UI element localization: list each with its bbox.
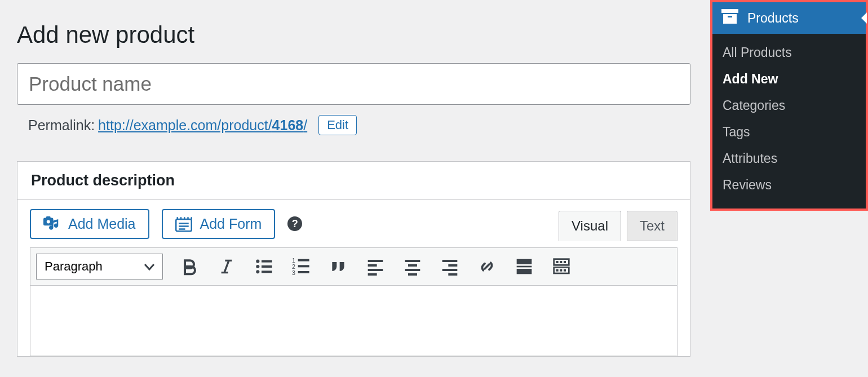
svg-rect-35 — [556, 261, 559, 263]
admin-sidebar-products: Products All Products Add New Categories… — [710, 0, 868, 211]
permalink-link[interactable]: http://example.com/product/4168/ — [98, 117, 307, 134]
sidebar-item-add-new[interactable]: Add New — [712, 66, 866, 92]
svg-rect-40 — [560, 269, 562, 272]
align-left-button[interactable] — [365, 256, 386, 277]
sidebar-item-attributes[interactable]: Attributes — [712, 145, 866, 172]
svg-rect-24 — [408, 264, 417, 267]
svg-rect-12 — [262, 270, 272, 273]
svg-rect-4 — [179, 223, 189, 224]
align-right-button[interactable] — [439, 256, 460, 277]
svg-rect-43 — [723, 14, 737, 24]
svg-rect-25 — [405, 269, 420, 271]
svg-rect-22 — [368, 273, 377, 276]
link-button[interactable] — [476, 256, 498, 277]
svg-rect-41 — [564, 269, 566, 272]
svg-rect-20 — [368, 264, 377, 267]
svg-rect-42 — [721, 9, 738, 13]
svg-rect-31 — [517, 259, 532, 264]
svg-rect-21 — [368, 269, 383, 271]
svg-rect-17 — [298, 265, 309, 267]
bullet-list-button[interactable] — [253, 256, 274, 277]
chevron-down-icon — [144, 259, 154, 274]
svg-rect-33 — [517, 269, 532, 274]
sidebar-submenu: All Products Add New Categories Tags Att… — [712, 34, 866, 209]
current-indicator-icon — [861, 12, 867, 24]
permalink-base: http://example.com/product/ — [98, 117, 272, 133]
svg-rect-10 — [262, 260, 272, 263]
format-select[interactable]: Paragraph — [36, 254, 163, 280]
bold-button[interactable] — [179, 256, 200, 277]
description-title: Product description — [17, 162, 690, 200]
archive-box-icon — [721, 9, 738, 27]
sidebar-item-tags[interactable]: Tags — [712, 119, 866, 145]
svg-rect-16 — [298, 259, 309, 261]
svg-rect-2 — [46, 216, 51, 219]
sidebar-item-categories[interactable]: Categories — [712, 92, 866, 119]
svg-rect-37 — [564, 261, 566, 263]
tab-text[interactable]: Text — [627, 211, 677, 241]
italic-button[interactable] — [216, 256, 237, 277]
svg-rect-28 — [448, 264, 457, 267]
format-select-value: Paragraph — [45, 259, 103, 274]
svg-rect-39 — [556, 269, 559, 272]
svg-point-1 — [47, 220, 50, 223]
svg-rect-5 — [179, 225, 189, 227]
product-description-box: Product description Add Media Add Form ?… — [17, 161, 690, 357]
svg-text:3: 3 — [292, 269, 295, 276]
form-icon — [175, 216, 192, 231]
product-name-input[interactable] — [17, 63, 690, 105]
svg-rect-18 — [298, 271, 309, 273]
align-center-button[interactable] — [402, 256, 423, 277]
blockquote-button[interactable] — [327, 256, 349, 277]
sidebar-section-label: Products — [747, 11, 799, 26]
permalink-row: Permalink: http://example.com/product/41… — [17, 105, 690, 135]
permalink-trail: / — [303, 117, 307, 133]
add-form-button[interactable]: Add Form — [162, 209, 276, 239]
svg-rect-19 — [368, 260, 383, 262]
svg-rect-44 — [728, 16, 732, 17]
svg-rect-29 — [442, 269, 458, 271]
svg-rect-30 — [448, 273, 457, 276]
add-media-label: Add Media — [68, 216, 136, 232]
editor-content-area[interactable] — [30, 286, 677, 356]
permalink-slug: 4168 — [272, 117, 304, 133]
add-form-label: Add Form — [200, 216, 262, 232]
page-title: Add new product — [17, 0, 690, 63]
svg-rect-6 — [179, 228, 185, 230]
svg-rect-26 — [408, 273, 417, 276]
edit-permalink-button[interactable]: Edit — [318, 115, 357, 135]
help-icon[interactable]: ? — [287, 216, 302, 231]
svg-rect-23 — [405, 260, 420, 262]
add-media-button[interactable]: Add Media — [30, 209, 149, 239]
permalink-label: Permalink: — [28, 117, 95, 134]
svg-rect-11 — [262, 265, 272, 268]
numbered-list-button[interactable]: 123 — [290, 256, 312, 277]
svg-rect-36 — [560, 261, 562, 263]
tab-visual[interactable]: Visual — [559, 211, 621, 241]
svg-point-7 — [256, 260, 259, 263]
camera-music-icon — [43, 216, 60, 231]
sidebar-section-products[interactable]: Products — [712, 2, 866, 34]
toolbar-toggle-button[interactable] — [551, 256, 572, 277]
sidebar-item-reviews[interactable]: Reviews — [712, 172, 866, 198]
sidebar-item-all-products[interactable]: All Products — [712, 39, 866, 66]
svg-rect-27 — [442, 260, 458, 262]
svg-rect-32 — [517, 266, 532, 268]
editor-toolbar: Paragraph 123 — [30, 248, 677, 286]
svg-point-9 — [256, 270, 259, 273]
svg-point-8 — [256, 265, 259, 268]
read-more-button[interactable] — [513, 256, 535, 277]
